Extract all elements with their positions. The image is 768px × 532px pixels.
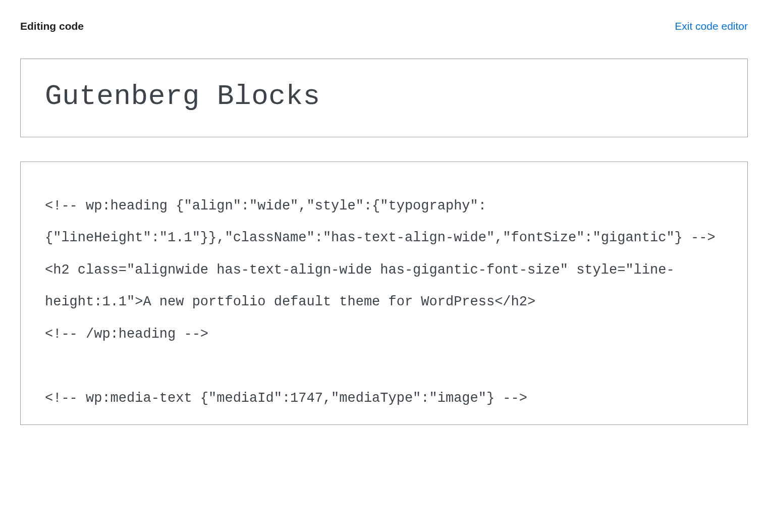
post-title-input-container: Gutenberg Blocks bbox=[20, 59, 748, 137]
editing-mode-label: Editing code bbox=[20, 20, 84, 32]
code-editor-container: <!-- wp:heading {"align":"wide","style":… bbox=[20, 162, 748, 425]
post-title-input[interactable]: Gutenberg Blocks bbox=[45, 80, 723, 113]
exit-code-editor-link[interactable]: Exit code editor bbox=[675, 20, 748, 32]
code-editor-textarea[interactable]: <!-- wp:heading {"align":"wide","style":… bbox=[45, 190, 723, 414]
editor-header: Editing code Exit code editor bbox=[20, 20, 748, 32]
